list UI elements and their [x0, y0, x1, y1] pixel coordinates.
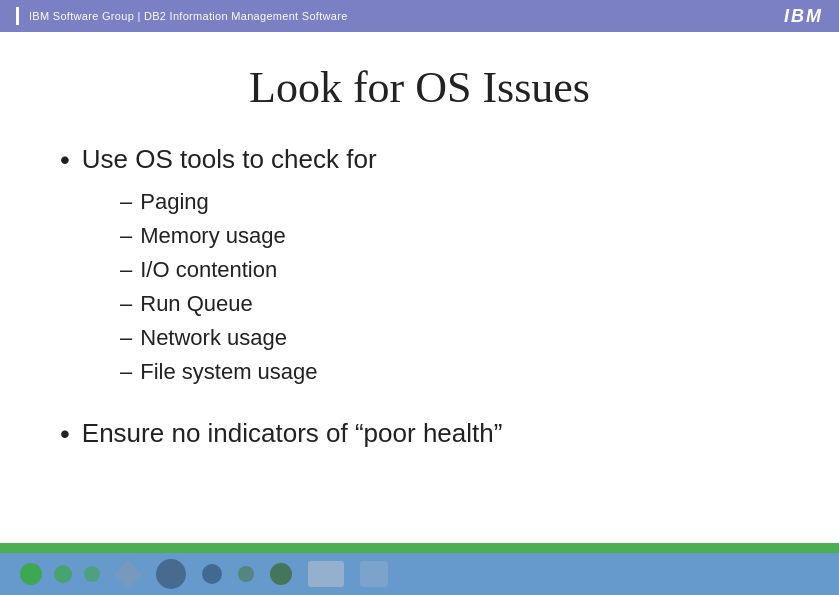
sub-bullet-runqueue: – Run Queue — [120, 287, 779, 321]
sub-bullet-filesystem-text: File system usage — [140, 355, 317, 389]
sub-bullet-io: – I/O contention — [120, 253, 779, 287]
sub-bullet-network: – Network usage — [120, 321, 779, 355]
dash-paging: – — [120, 185, 132, 219]
deco-rect-1 — [308, 561, 344, 587]
deco-circle-1 — [20, 563, 42, 585]
ibm-logo: IBM — [784, 6, 823, 27]
bottom-blue-stripe — [0, 553, 839, 595]
sub-bullet-memory-text: Memory usage — [140, 219, 286, 253]
slide-content: Look for OS Issues • Use OS tools to che… — [0, 32, 839, 542]
sub-bullet-paging: – Paging — [120, 185, 779, 219]
bottom-green-stripe — [0, 543, 839, 553]
deco-circle-6 — [238, 566, 254, 582]
top-bar-text: IBM Software Group | DB2 Information Man… — [29, 10, 348, 22]
dash-memory: – — [120, 219, 132, 253]
bullet-dot-1: • — [60, 143, 70, 177]
deco-rect-2 — [360, 561, 388, 587]
sub-bullet-runqueue-text: Run Queue — [140, 287, 253, 321]
sub-bullet-memory: – Memory usage — [120, 219, 779, 253]
dash-network: – — [120, 321, 132, 355]
bullet-section-1: • Use OS tools to check for – Paging – M… — [60, 143, 779, 389]
bottom-bar — [0, 543, 839, 595]
sub-bullets-1: – Paging – Memory usage – I/O contention… — [120, 185, 779, 390]
slide-title: Look for OS Issues — [60, 62, 779, 113]
deco-circle-7 — [270, 563, 292, 585]
sub-bullet-paging-text: Paging — [140, 185, 209, 219]
deco-circle-3 — [84, 566, 100, 582]
top-bar: IBM Software Group | DB2 Information Man… — [0, 0, 839, 32]
bullet-section-2: • Ensure no indicators of “poor health” — [60, 417, 779, 451]
deco-circle-5 — [202, 564, 222, 584]
bullet-main-1: • Use OS tools to check for — [60, 143, 779, 177]
sub-bullet-network-text: Network usage — [140, 321, 287, 355]
dash-io: – — [120, 253, 132, 287]
bullet-main-text-1: Use OS tools to check for — [82, 143, 377, 177]
dash-runqueue: – — [120, 287, 132, 321]
bullet-main-text-2: Ensure no indicators of “poor health” — [82, 417, 503, 451]
sub-bullet-io-text: I/O contention — [140, 253, 277, 287]
sub-bullet-filesystem: – File system usage — [120, 355, 779, 389]
dash-filesystem: – — [120, 355, 132, 389]
top-bar-divider — [16, 7, 19, 25]
deco-diamond — [114, 560, 142, 588]
bullet-dot-2: • — [60, 417, 70, 451]
bullet-main-2: • Ensure no indicators of “poor health” — [60, 417, 779, 451]
deco-circle-4 — [156, 559, 186, 589]
deco-circle-2 — [54, 565, 72, 583]
